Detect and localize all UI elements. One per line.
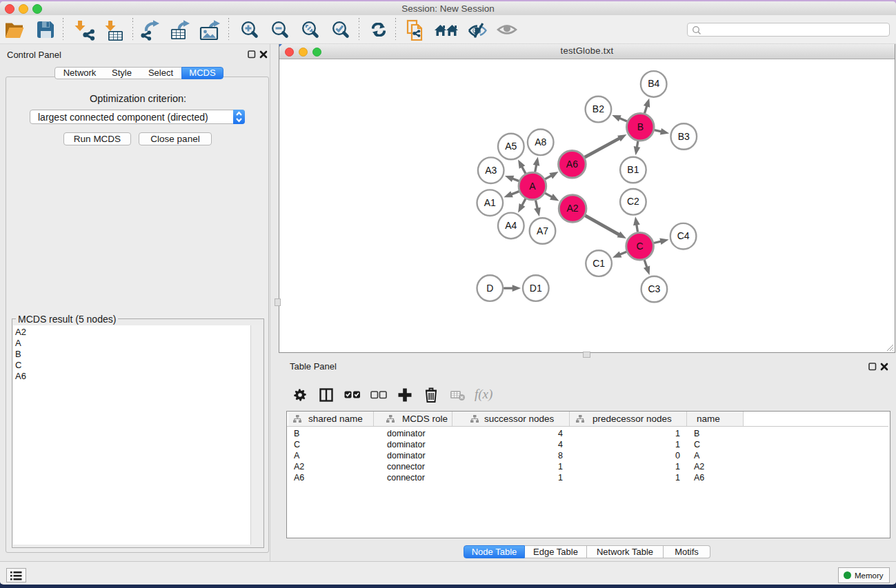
svg-text:B3: B3 xyxy=(678,130,690,141)
svg-text:C1: C1 xyxy=(593,257,605,268)
svg-text:A4: A4 xyxy=(505,219,517,230)
svg-text:A2: A2 xyxy=(567,203,579,214)
svg-text:A1: A1 xyxy=(484,196,496,207)
svg-text:B1: B1 xyxy=(627,164,639,175)
svg-text:B2: B2 xyxy=(593,103,604,114)
svg-text:B4: B4 xyxy=(648,78,659,89)
svg-text:A8: A8 xyxy=(535,136,546,147)
svg-text:B: B xyxy=(637,121,644,132)
svg-text:A6: A6 xyxy=(566,158,578,169)
svg-text:A5: A5 xyxy=(505,141,517,152)
svg-text:C: C xyxy=(637,240,644,251)
svg-text:A3: A3 xyxy=(485,164,497,175)
svg-text:C2: C2 xyxy=(627,196,639,207)
svg-text:A: A xyxy=(529,180,536,191)
svg-text:D1: D1 xyxy=(530,282,542,293)
svg-text:D: D xyxy=(486,282,493,293)
svg-text:C4: C4 xyxy=(677,230,690,241)
svg-text:C3: C3 xyxy=(648,283,660,294)
svg-text:A7: A7 xyxy=(537,225,548,236)
